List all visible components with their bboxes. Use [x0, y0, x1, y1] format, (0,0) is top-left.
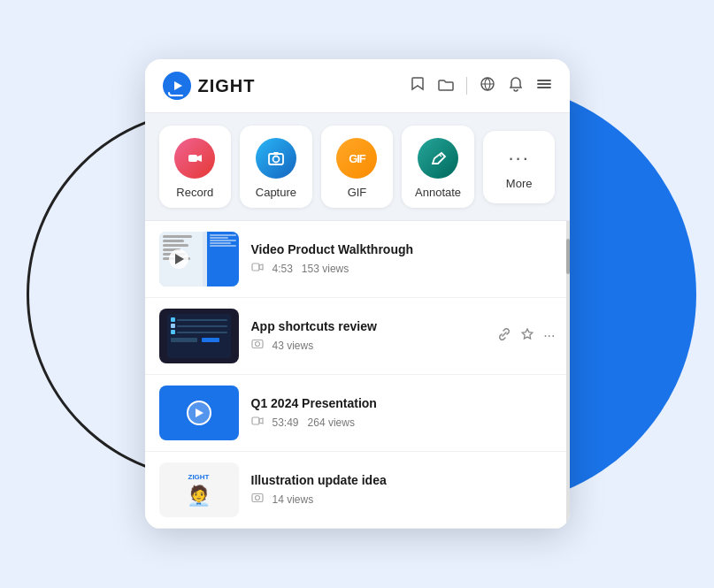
- item-title: Video Product Walkthrough: [251, 242, 556, 256]
- item-meta: 4:53 153 views: [251, 261, 556, 276]
- list-item[interactable]: App shortcuts review 43 views: [145, 298, 570, 375]
- item-views: 43 views: [273, 340, 314, 352]
- item-info: Q1 2024 Presentation 53:49 264 views: [251, 396, 556, 430]
- svg-rect-17: [252, 494, 263, 502]
- header-divider: [466, 77, 467, 95]
- scrollbar-track[interactable]: [566, 221, 570, 529]
- annotate-button[interactable]: Annotate: [402, 126, 474, 208]
- svg-rect-15: [252, 417, 259, 424]
- globe-icon[interactable]: [480, 76, 495, 96]
- item-views: 153 views: [302, 263, 349, 275]
- thumb-figure: 🧑‍💼: [187, 485, 211, 508]
- item-info: App shortcuts review 43 views: [251, 319, 486, 353]
- item-duration: 53:49: [273, 416, 299, 429]
- item-info: Illustration update idea 14 views: [251, 473, 556, 507]
- star-icon[interactable]: [520, 327, 534, 345]
- svg-marker-16: [259, 418, 263, 424]
- svg-rect-13: [252, 340, 263, 348]
- folder-icon[interactable]: [438, 76, 454, 96]
- svg-marker-12: [259, 264, 263, 270]
- capture-label: Capture: [256, 186, 296, 199]
- toolbar: Record Capture GIF GIF: [145, 113, 570, 220]
- item-views: 14 views: [273, 493, 314, 506]
- app-name: ZIGHT: [198, 76, 256, 96]
- item-meta: 14 views: [251, 492, 556, 507]
- item-title: Illustration update idea: [251, 473, 556, 487]
- item-meta: 43 views: [251, 338, 486, 353]
- zight-logo-icon: [163, 72, 191, 100]
- gif-label: GIF: [348, 186, 367, 199]
- annotate-icon: [418, 138, 458, 179]
- gif-button[interactable]: GIF GIF: [321, 126, 394, 208]
- capture-type-icon: [251, 338, 264, 353]
- menu-icon[interactable]: [536, 76, 552, 96]
- scrollbar-thumb[interactable]: [566, 239, 570, 274]
- capture-button[interactable]: Capture: [240, 126, 312, 208]
- header-icons: [410, 76, 552, 96]
- bell-icon[interactable]: [508, 76, 524, 96]
- svg-rect-10: [273, 152, 279, 155]
- video-type-icon: [251, 415, 264, 430]
- logo-area: ZIGHT: [163, 72, 256, 100]
- list-item[interactable]: ZIGHT 🧑‍💼 Illustration update idea 14 vi…: [145, 452, 570, 529]
- content-list: Video Product Walkthrough 4:53 153 views: [145, 220, 570, 529]
- svg-point-14: [255, 342, 259, 347]
- item-title: App shortcuts review: [251, 319, 486, 333]
- list-item[interactable]: Q1 2024 Presentation 53:49 264 views: [145, 375, 570, 452]
- thumbnail: [159, 232, 239, 286]
- item-title: Q1 2024 Presentation: [251, 396, 556, 410]
- item-duration: 4:53: [273, 263, 293, 275]
- item-views: 264 views: [308, 416, 355, 429]
- more-dots-icon: ···: [509, 147, 530, 170]
- svg-point-9: [273, 157, 279, 163]
- thumbnail: [159, 309, 239, 363]
- thumb-logo: ZIGHT: [188, 473, 210, 481]
- record-button[interactable]: Record: [159, 126, 232, 208]
- svg-rect-11: [252, 263, 259, 271]
- thumbnail: ZIGHT 🧑‍💼: [159, 462, 239, 517]
- svg-point-18: [255, 496, 259, 500]
- link-icon[interactable]: [497, 327, 511, 345]
- thumbnail: [159, 386, 239, 440]
- capture-type-icon2: [251, 492, 264, 507]
- gif-icon: GIF: [336, 138, 377, 179]
- app-window: ZIGHT: [145, 59, 570, 529]
- video-type-icon: [251, 261, 264, 276]
- more-options-icon[interactable]: ···: [543, 328, 555, 344]
- more-label: More: [506, 177, 533, 190]
- annotate-label: Annotate: [415, 186, 461, 199]
- bookmark-icon[interactable]: [410, 76, 426, 96]
- header: ZIGHT: [145, 59, 570, 113]
- svg-marker-7: [197, 155, 202, 162]
- svg-rect-6: [188, 155, 197, 162]
- list-item[interactable]: Video Product Walkthrough 4:53 153 views: [145, 221, 570, 298]
- record-icon: [174, 138, 215, 179]
- item-actions: ···: [497, 327, 555, 345]
- item-meta: 53:49 264 views: [251, 415, 556, 430]
- record-label: Record: [176, 186, 213, 199]
- capture-icon: [256, 138, 296, 179]
- item-info: Video Product Walkthrough 4:53 153 views: [251, 242, 556, 276]
- more-button[interactable]: ··· More: [483, 131, 556, 203]
